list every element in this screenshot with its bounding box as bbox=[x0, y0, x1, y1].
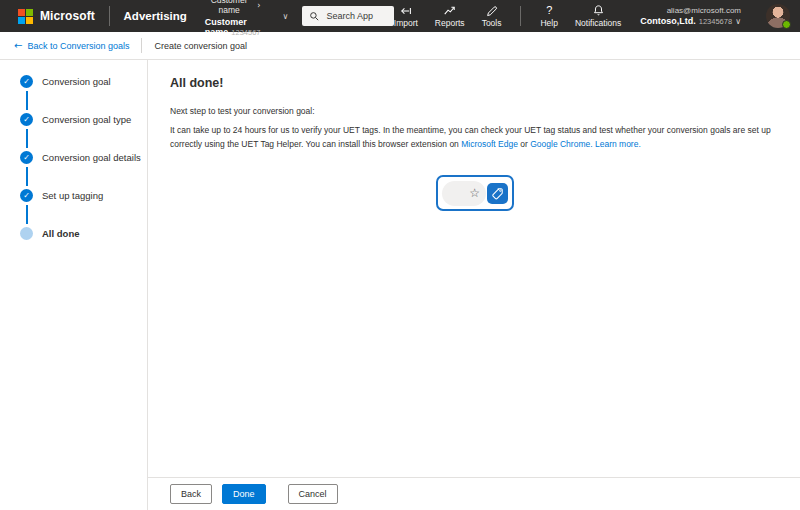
cancel-button[interactable]: Cancel bbox=[288, 484, 338, 504]
topbar-nav: Import Reports Tools ? Help Notification… bbox=[394, 4, 790, 28]
account-number: 12345678 bbox=[699, 17, 732, 26]
chevron-down-icon: ∨ bbox=[735, 17, 741, 26]
done-button[interactable]: Done bbox=[222, 484, 266, 504]
logo-square-yellow bbox=[26, 17, 33, 24]
back-button[interactable]: Back bbox=[170, 484, 212, 504]
account-menu[interactable]: alias@microsoft.com Contoso,Ltd. 1234567… bbox=[640, 6, 741, 26]
wizard-footer: Back Done Cancel bbox=[148, 477, 800, 510]
step-all-done[interactable]: All done bbox=[20, 227, 147, 240]
chevron-down-icon: ∨ bbox=[283, 12, 289, 21]
reports-icon bbox=[443, 4, 457, 17]
back-to-conversion-goals-link[interactable]: ← Back to Conversion goals bbox=[14, 40, 129, 51]
customer-account-number: 1234567 bbox=[231, 28, 260, 37]
page-title: Create conversion goal bbox=[154, 41, 247, 51]
uet-verification-text: It can take up to 24 hours for us to ver… bbox=[170, 123, 780, 151]
tools-button[interactable]: Tools bbox=[482, 4, 502, 28]
account-org: Contoso,Ltd. bbox=[640, 16, 696, 26]
google-chrome-link[interactable]: Google Chrome. bbox=[530, 139, 592, 149]
search-input[interactable] bbox=[326, 11, 386, 21]
step-conversion-goal-type[interactable]: ✓ Conversion goal type bbox=[20, 113, 147, 151]
back-arrow-icon: ← bbox=[14, 40, 22, 51]
product-name: Advertising bbox=[124, 10, 187, 22]
notifications-button[interactable]: Notifications bbox=[575, 4, 621, 28]
microsoft-logo[interactable] bbox=[18, 9, 33, 24]
chevron-right-icon: › bbox=[257, 1, 260, 10]
logo-square-green bbox=[26, 9, 33, 16]
learn-more-link[interactable]: Learn more. bbox=[595, 139, 641, 149]
customer-parent-label: Customer name bbox=[205, 0, 254, 15]
uet-tag-helper-illustration: ☆ bbox=[436, 175, 514, 211]
logo-square-red bbox=[18, 9, 25, 16]
main-panel: All done! Next step to test your convers… bbox=[148, 60, 800, 510]
star-icon: ☆ bbox=[469, 187, 480, 199]
account-email: alias@microsoft.com bbox=[667, 6, 741, 15]
help-button[interactable]: ? Help bbox=[540, 4, 557, 28]
avatar[interactable] bbox=[766, 4, 790, 28]
browser-toolbar-pill: ☆ bbox=[442, 181, 486, 206]
app-search bbox=[302, 6, 393, 26]
import-icon bbox=[399, 4, 413, 17]
wizard-stepper: ✓ Conversion goal ✓ Conversion goal type… bbox=[0, 60, 148, 510]
logo-square-blue bbox=[18, 17, 25, 24]
all-done-heading: All done! bbox=[170, 76, 780, 90]
topbar-divider bbox=[520, 6, 521, 26]
bell-icon bbox=[592, 4, 605, 17]
next-step-text: Next step to test your conversion goal: bbox=[170, 106, 780, 116]
brand-name: Microsoft bbox=[40, 9, 95, 23]
microsoft-edge-link[interactable]: Microsoft Edge bbox=[461, 139, 518, 149]
step-conversion-goal[interactable]: ✓ Conversion goal bbox=[20, 75, 147, 113]
help-icon: ? bbox=[546, 4, 552, 17]
reports-button[interactable]: Reports bbox=[435, 4, 465, 28]
step-set-up-tagging[interactable]: ✓ Set up tagging bbox=[20, 189, 147, 227]
step-current-icon bbox=[20, 227, 33, 240]
breadcrumb-divider bbox=[141, 38, 142, 53]
customer-picker[interactable]: Customer name › Customer name1234567 ∨ bbox=[205, 0, 289, 37]
topbar-divider bbox=[109, 6, 110, 26]
breadcrumb: ← Back to Conversion goals Create conver… bbox=[0, 32, 800, 60]
import-button[interactable]: Import bbox=[394, 4, 418, 28]
step-complete-icon: ✓ bbox=[20, 75, 33, 88]
uet-tag-extension-icon bbox=[487, 183, 508, 204]
step-complete-icon: ✓ bbox=[20, 151, 33, 164]
tools-icon bbox=[485, 4, 499, 17]
step-complete-icon: ✓ bbox=[20, 189, 33, 202]
search-icon bbox=[309, 11, 320, 22]
step-conversion-goal-details[interactable]: ✓ Conversion goal details bbox=[20, 151, 147, 189]
step-complete-icon: ✓ bbox=[20, 113, 33, 126]
top-app-bar: Microsoft Advertising Customer name › Cu… bbox=[0, 0, 800, 32]
presence-indicator bbox=[782, 20, 791, 29]
